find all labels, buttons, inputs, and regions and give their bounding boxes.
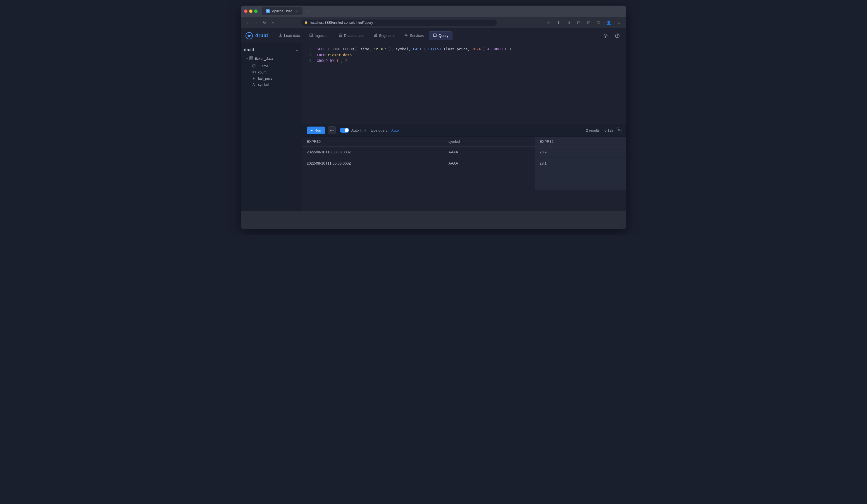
- column-item-count[interactable]: 123 count: [241, 69, 302, 75]
- home-button[interactable]: ⌂: [269, 19, 277, 26]
- line-num-2: 2: [307, 52, 311, 58]
- tab-close-button[interactable]: ✕: [295, 9, 299, 13]
- cell-empty-7: [302, 183, 444, 190]
- fn-cast: CAST: [413, 47, 421, 51]
- nav-items: Load data Ingestion: [275, 31, 601, 40]
- svg-rect-3: [374, 35, 375, 36]
- sidebar: druid ⌄ ▾ ticker_data: [241, 43, 302, 211]
- results-count: 2 results in 0.12s: [586, 128, 613, 132]
- run-label: Run: [314, 128, 321, 132]
- segments-icon: [373, 33, 377, 38]
- col-header-symbol-label: symbol: [449, 139, 460, 143]
- column-item-last-price[interactable]: ✱ last_price: [241, 75, 302, 82]
- schema-selector[interactable]: druid ⌄: [241, 46, 302, 55]
- table-header: EXPR$0 symbol EXPR$2: [302, 137, 626, 147]
- sidebar-toggle-icon[interactable]: ⊟: [575, 19, 583, 26]
- more-options-button[interactable]: •••: [328, 126, 336, 134]
- svg-point-6: [406, 35, 407, 36]
- results-table-container[interactable]: EXPR$0 symbol EXPR$2: [302, 137, 626, 211]
- run-button[interactable]: ▶ Run: [307, 127, 325, 134]
- shield-icon[interactable]: 🛡: [595, 19, 603, 26]
- grid-icon[interactable]: ⊞: [585, 19, 593, 26]
- col-paren3: ): [509, 47, 512, 51]
- col-timefloor: TIME_FLOOR(__time,: [332, 47, 374, 51]
- nav-item-ingestion[interactable]: Ingestion: [305, 32, 333, 40]
- col-header-symbol: symbol: [444, 137, 535, 147]
- nav-item-services-label: Services: [410, 33, 424, 38]
- browser-toolbar-right: ☆ ⬇ ⠿ ⊟ ⊞ 🛡 👤 ≡: [545, 19, 623, 26]
- cell-empty-9: [535, 183, 626, 190]
- asterisk-type-icon: ✱: [251, 77, 256, 81]
- run-icon: ▶: [311, 129, 313, 132]
- fn-latest: LATEST: [428, 47, 441, 51]
- nav-item-segments[interactable]: Segments: [370, 32, 399, 40]
- forward-button[interactable]: ›: [253, 19, 260, 26]
- druid-logo: druid: [245, 32, 268, 40]
- nav-item-ingestion-label: Ingestion: [315, 33, 330, 38]
- ingestion-icon: [309, 33, 313, 38]
- active-tab[interactable]: D Apache Druid ✕: [262, 7, 302, 15]
- column-item-time[interactable]: __time: [241, 63, 302, 69]
- svg-rect-11: [250, 56, 253, 60]
- nav-item-datasources[interactable]: Datasources: [335, 32, 368, 40]
- column-item-symbol[interactable]: A symbol: [241, 82, 302, 88]
- main-layout: druid ⌄ ▾ ticker_data: [241, 43, 626, 211]
- address-bar[interactable]: 🔒 localhost:8888/unified-console.html#qu…: [301, 20, 497, 26]
- close-button[interactable]: [244, 10, 247, 13]
- nav-item-load-data-label: Load data: [284, 33, 300, 38]
- results-info: 2 results in 0.12s ⊕: [586, 127, 622, 133]
- line-content-1: SELECT TIME_FLOOR(__time, 'PT1H' ), symb…: [317, 46, 512, 52]
- settings-button[interactable]: [601, 31, 610, 40]
- results-expand-button[interactable]: ⊕: [616, 127, 622, 133]
- profile-icon[interactable]: 👤: [605, 19, 613, 26]
- code-line-2: 2 FROM ticker_data: [307, 52, 622, 58]
- app-container: druid Load data: [241, 29, 626, 211]
- extensions-icon[interactable]: ⠿: [565, 19, 572, 26]
- nav-item-datasources-label: Datasources: [344, 33, 364, 38]
- col-header-expr2: EXPR$2: [535, 137, 626, 147]
- nav-item-query[interactable]: Query: [429, 31, 452, 40]
- refresh-button[interactable]: ↻: [261, 19, 268, 26]
- kw-as-double: AS DOUBLE: [488, 47, 507, 51]
- nav-item-load-data[interactable]: Load data: [275, 32, 304, 40]
- nav-buttons: ‹ › ↻ ⌂: [244, 19, 277, 26]
- help-button[interactable]: [613, 31, 622, 40]
- schema-expand-icon[interactable]: ⌄: [295, 47, 299, 52]
- col-paren1: (: [424, 47, 426, 51]
- str-pt1h: 'PT1H': [374, 47, 387, 51]
- browser-addressbar: ‹ › ↻ ⌂ 🔒 localhost:8888/unified-console…: [241, 17, 626, 29]
- nav-item-services[interactable]: Services: [400, 32, 428, 40]
- table-row-empty-2: [302, 176, 626, 183]
- menu-icon[interactable]: ≡: [615, 19, 623, 26]
- line-num-3: 3: [307, 58, 311, 64]
- kw-from: FROM: [317, 53, 325, 57]
- time-type-icon: [251, 64, 256, 68]
- live-query-value: Auto: [391, 128, 399, 132]
- kw-group-by: GROUP BY: [317, 59, 334, 63]
- cell-expr2-0: 23.9: [535, 147, 626, 158]
- col-comma: ,: [341, 59, 345, 63]
- bookmark-icon[interactable]: ☆: [545, 19, 553, 26]
- svg-rect-5: [376, 34, 377, 36]
- text-type-icon: A: [251, 83, 256, 87]
- table-item-ticker-data[interactable]: ▾ ticker_data: [241, 55, 302, 62]
- nav-item-segments-label: Segments: [379, 33, 396, 38]
- line-content-3: GROUP BY 1 , 2: [317, 58, 347, 64]
- minimize-button[interactable]: [249, 10, 253, 13]
- cell-empty-3: [535, 169, 626, 176]
- back-button[interactable]: ‹: [244, 19, 251, 26]
- new-tab-button[interactable]: +: [303, 8, 311, 15]
- table-row-empty-1: [302, 169, 626, 176]
- maximize-button[interactable]: [254, 10, 258, 13]
- druid-logo-icon: [245, 32, 253, 40]
- svg-point-2: [339, 34, 342, 35]
- auto-limit-toggle[interactable]: [340, 128, 349, 133]
- traffic-lights: [244, 10, 258, 13]
- kw-select: SELECT: [317, 47, 330, 51]
- schema-name: druid: [244, 47, 254, 52]
- browser-window: D Apache Druid ✕ + ‹ › ↻ ⌂ 🔒 localhost:8…: [241, 6, 626, 229]
- num-1: 1: [336, 59, 339, 63]
- code-editor[interactable]: 1 SELECT TIME_FLOOR(__time, 'PT1H' ), sy…: [302, 43, 626, 124]
- svg-point-10: [617, 36, 618, 37]
- download-icon[interactable]: ⬇: [555, 19, 563, 26]
